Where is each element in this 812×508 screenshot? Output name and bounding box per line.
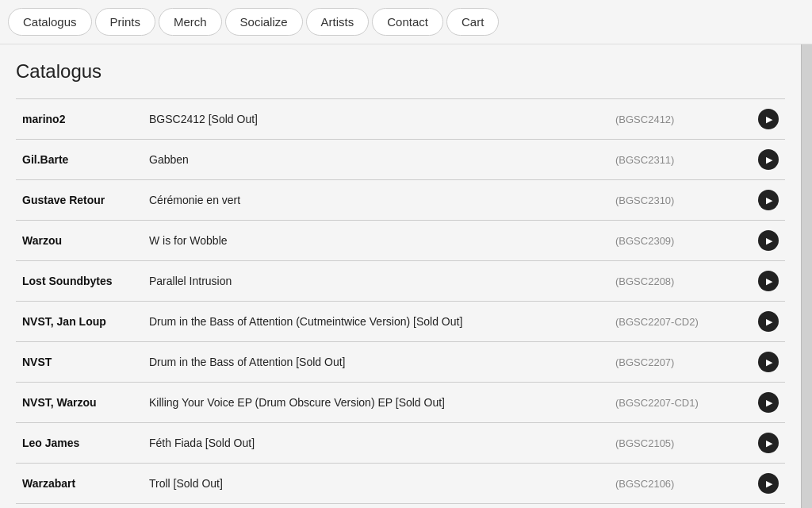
page-wrapper: Catalogus marino2 BGSC2412 [Sold Out] (B… (0, 44, 812, 508)
play-button[interactable]: ▶ (758, 271, 779, 291)
play-button[interactable]: ▶ (758, 190, 779, 210)
catalog-number: (BGSC2207-CD2) (609, 302, 752, 342)
play-cell: ▶ (752, 342, 785, 383)
play-button[interactable]: ▶ (758, 473, 779, 494)
nav-merch[interactable]: Merch (159, 8, 222, 36)
nav-contact[interactable]: Contact (372, 8, 443, 36)
table-row: Warzou W is for Wobble (BGSC2309) ▶ (16, 221, 785, 261)
catalog-number: (BGSC2207-CD1) (609, 383, 752, 423)
table-row: Gil.Barte Gabben (BGSC2311) ▶ (16, 140, 785, 180)
play-cell: ▶ (752, 140, 785, 180)
page-title: Catalogus (16, 60, 785, 83)
catalogue-table: marino2 BGSC2412 [Sold Out] (BGSC2412) ▶… (16, 98, 785, 508)
release-title: BGSC2412 [Sold Out] (143, 99, 609, 140)
catalog-number: (BGSC2207) (609, 342, 752, 383)
table-row: Warzabart Troll [Sold Out] (BGSC2106) ▶ (16, 464, 785, 504)
play-button[interactable]: ▶ (758, 230, 779, 251)
table-row: Second. The Beach / The Mall (BGSC 2021-… (16, 504, 785, 509)
play-cell: ▶ (752, 221, 785, 261)
artist-name: Gustave Retour (16, 180, 143, 221)
play-button[interactable]: ▶ (758, 392, 779, 413)
play-cell: ▶ (752, 464, 785, 504)
artist-name: NVST, Jan Loup (16, 302, 143, 342)
release-title: The Beach / The Mall (143, 504, 609, 509)
release-title: Troll [Sold Out] (143, 464, 609, 504)
play-cell: ▶ (752, 383, 785, 423)
release-title: Féth Fiada [Sold Out] (143, 423, 609, 464)
content-area: Catalogus marino2 BGSC2412 [Sold Out] (B… (0, 44, 801, 508)
catalog-number: (BGSC2106) (609, 464, 752, 504)
artist-name: Second. (16, 504, 143, 509)
table-row: NVST Drum in the Bass of Attention [Sold… (16, 342, 785, 383)
table-row: NVST, Warzou Killing Your Voice EP (Drum… (16, 383, 785, 423)
play-cell: ▶ (752, 423, 785, 464)
artist-name: marino2 (16, 99, 143, 140)
nav-cart[interactable]: Cart (446, 8, 499, 36)
play-cell: ▶ (752, 504, 785, 509)
play-button[interactable]: ▶ (758, 433, 779, 453)
release-title: Parallel Intrusion (143, 261, 609, 302)
artist-name: NVST, Warzou (16, 383, 143, 423)
artist-name: Gil.Barte (16, 140, 143, 180)
table-row: Leo James Féth Fiada [Sold Out] (BGSC210… (16, 423, 785, 464)
play-cell: ▶ (752, 180, 785, 221)
table-row: Gustave Retour Cérémonie en vert (BGSC23… (16, 180, 785, 221)
catalog-number: (BGSC2309) (609, 221, 752, 261)
catalog-number: (BGSC2310) (609, 180, 752, 221)
table-row: Lost Soundbytes Parallel Intrusion (BGSC… (16, 261, 785, 302)
play-button[interactable]: ▶ (758, 109, 779, 129)
navigation: CatalogusPrintsMerchSocializeArtistsCont… (0, 0, 812, 44)
catalog-number: (BGSC2311) (609, 140, 752, 180)
artist-name: Warzou (16, 221, 143, 261)
release-title: W is for Wobble (143, 221, 609, 261)
artist-name: Leo James (16, 423, 143, 464)
nav-catalogus[interactable]: Catalogus (8, 8, 92, 36)
play-cell: ▶ (752, 261, 785, 302)
play-cell: ▶ (752, 302, 785, 342)
play-cell: ▶ (752, 99, 785, 140)
play-button[interactable]: ▶ (758, 352, 779, 372)
play-button[interactable]: ▶ (758, 311, 779, 332)
nav-artists[interactable]: Artists (306, 8, 370, 36)
release-title: Killing Your Voice EP (Drum Obscure Vers… (143, 383, 609, 423)
catalog-number: (BGSC2105) (609, 423, 752, 464)
release-title: Gabben (143, 140, 609, 180)
nav-prints[interactable]: Prints (95, 8, 155, 36)
catalog-number: (BGSC2208) (609, 261, 752, 302)
artist-name: NVST (16, 342, 143, 383)
artist-name: Lost Soundbytes (16, 261, 143, 302)
catalog-number: (BGSC 2021-04) (609, 504, 752, 509)
table-row: NVST, Jan Loup Drum in the Bass of Atten… (16, 302, 785, 342)
nav-socialize[interactable]: Socialize (225, 8, 303, 36)
artist-name: Warzabart (16, 464, 143, 504)
play-button[interactable]: ▶ (758, 149, 779, 170)
release-title: Cérémonie en vert (143, 180, 609, 221)
release-title: Drum in the Bass of Attention (Cutmeintw… (143, 302, 609, 342)
table-row: marino2 BGSC2412 [Sold Out] (BGSC2412) ▶ (16, 99, 785, 140)
catalog-number: (BGSC2412) (609, 99, 752, 140)
release-title: Drum in the Bass of Attention [Sold Out] (143, 342, 609, 383)
scrollbar[interactable] (801, 44, 812, 508)
